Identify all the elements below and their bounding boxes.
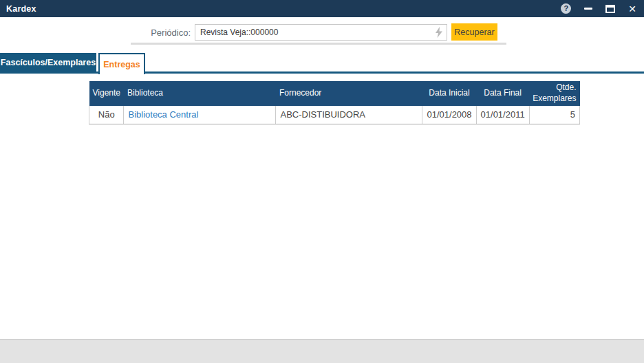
cell-vigente: Não	[89, 106, 124, 124]
maximize-icon	[605, 5, 615, 13]
lightning-icon	[433, 27, 444, 38]
table-row: Não Biblioteca Central ABC-DISTIBUIDORA …	[89, 106, 580, 124]
tab-fasciculos-exemplares[interactable]: Fascículos/Exemplares	[0, 53, 96, 72]
entregas-table: Vigente Biblioteca Fornecedor Data Inici…	[89, 81, 580, 124]
window-controls: ? ✕	[561, 3, 644, 14]
close-icon: ✕	[628, 4, 636, 14]
header-data-inicial: Data Inicial	[422, 81, 476, 106]
tab-entregas[interactable]: Entregas	[98, 53, 145, 74]
form-separator	[131, 43, 506, 45]
header-biblioteca: Biblioteca	[124, 81, 276, 106]
cell-fornecedor: ABC-DISTIBUIDORA	[276, 106, 422, 124]
periodico-label: Periódico:	[124, 28, 191, 38]
periodico-input[interactable]	[195, 24, 447, 41]
minimize-icon	[584, 8, 592, 10]
help-icon: ?	[561, 3, 571, 14]
tab-underline	[0, 72, 644, 74]
status-bar	[0, 339, 644, 363]
recuperar-button[interactable]: Recuperar	[451, 23, 497, 41]
close-button[interactable]: ✕	[628, 4, 636, 14]
biblioteca-link[interactable]: Biblioteca Central	[128, 109, 198, 120]
titlebar: Kardex ? ✕	[0, 0, 644, 17]
minimize-button[interactable]	[584, 8, 592, 10]
cell-data-final: 01/01/2011	[476, 106, 529, 124]
header-qtde-exemplares: Qtde. Exemplares	[529, 81, 579, 106]
help-button[interactable]: ?	[561, 3, 571, 14]
header-data-final: Data Final	[476, 81, 529, 106]
maximize-button[interactable]	[605, 5, 615, 13]
header-fornecedor: Fornecedor	[276, 81, 422, 106]
cell-data-inicial: 01/01/2008	[422, 106, 476, 124]
kardex-window: Kardex ? ✕ Periódico: Recuperar Fascícul…	[0, 0, 644, 363]
window-title: Kardex	[6, 4, 36, 14]
table-header-row: Vigente Biblioteca Fornecedor Data Inici…	[89, 81, 580, 106]
header-vigente: Vigente	[89, 81, 124, 106]
cell-qtde: 5	[529, 106, 579, 124]
